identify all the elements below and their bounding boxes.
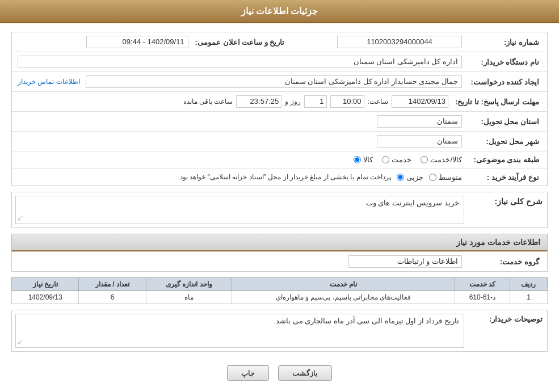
buyer-description-value: تاریخ قرداد از اول تیرماه الی سی آذر ماه… bbox=[274, 317, 459, 325]
services-table: ردیف کد خدمت نام خدمت واحد اندازه گیری ت… bbox=[11, 277, 548, 304]
services-table-container: ردیف کد خدمت نام خدمت واحد اندازه گیری ت… bbox=[11, 277, 548, 304]
process-label: نوع فرآیند خرید : bbox=[464, 172, 544, 183]
province-row: استان محل تحویل: سمنان bbox=[12, 112, 547, 132]
response-date: 1402/09/13 bbox=[392, 95, 448, 108]
col-service-name: نام خدمت bbox=[232, 278, 455, 291]
service-group-label: گروه خدمت: bbox=[464, 256, 544, 267]
buyer-description-label: توصیحات خریدار: bbox=[468, 310, 547, 328]
city-value-cell: سمنان bbox=[15, 134, 464, 149]
main-form-section: شماره نیاز: 1102003294000044 تاریخ و ساع… bbox=[11, 32, 548, 186]
buyer-description-value-cell: تاریخ قرداد از اول تیرماه الی سی آذر ماه… bbox=[12, 310, 468, 351]
radio-kala-khedmat[interactable]: کالا/خدمت bbox=[421, 155, 462, 164]
announcement-date-value: 1402/09/11 - 09:44 bbox=[86, 36, 188, 48]
sherh-section: شرح کلی نیاز: خرید سرویس اینترنت های وب … bbox=[11, 192, 548, 228]
print-button[interactable]: چاپ bbox=[227, 365, 269, 381]
content-area: شماره نیاز: 1102003294000044 تاریخ و ساع… bbox=[0, 23, 559, 392]
page-title: جزئیات اطلاعات نیاز bbox=[241, 6, 318, 16]
category-row: طبقه بندی موضوعی: کالا/خدمت خدمت کالا bbox=[12, 151, 547, 168]
buyer-org-value: اداره کل دامپزشکی استان سمنان bbox=[18, 56, 462, 68]
response-days-label: روز و bbox=[285, 98, 300, 106]
need-number-label: شماره نیاز: bbox=[464, 37, 544, 48]
services-section-title: اطلاعات خدمات مورد نیاز bbox=[11, 234, 548, 251]
process-value-cell: متوسط جزیی پرداخت تمام یا بخشی از مبلغ خ… bbox=[15, 172, 464, 183]
need-number-row: شماره نیاز: 1102003294000044 تاریخ و ساع… bbox=[12, 32, 547, 52]
city-label: شهر محل تحویل: bbox=[464, 136, 544, 147]
province-value-cell: سمنان bbox=[15, 114, 464, 129]
response-remaining: 23:57:25 bbox=[236, 95, 281, 108]
need-number-value: 1102003294000044 bbox=[337, 36, 462, 48]
creator-row: ایجاد کننده درخواست: جمال مجیدی حسابدار … bbox=[12, 72, 547, 92]
cell-row: 1 bbox=[510, 291, 547, 304]
page-wrapper: جزئیات اطلاعات نیاز شماره نیاز: 11020032… bbox=[0, 0, 559, 392]
radio-mootaset[interactable]: متوسط bbox=[429, 173, 462, 182]
buyer-org-label: نام دستگاه خریدار: bbox=[464, 57, 544, 68]
page-header: جزئیات اطلاعات نیاز bbox=[0, 0, 559, 23]
back-button[interactable]: بازگشت bbox=[278, 365, 332, 381]
response-time: 10:00 bbox=[330, 95, 364, 108]
cell-date: 1402/09/13 bbox=[12, 291, 79, 304]
cell-qty: 6 bbox=[79, 291, 146, 304]
category-value-cell: کالا/خدمت خدمت کالا bbox=[15, 154, 464, 165]
response-days: 1 bbox=[304, 95, 327, 108]
response-time-label: ساعت: bbox=[368, 98, 388, 106]
creator-label: ایجاد کننده درخواست: bbox=[464, 77, 544, 87]
sherh-value: خرید سرویس اینترنت های وب bbox=[366, 199, 459, 207]
sherh-value-cell: خرید سرویس اینترنت های وب ↙ bbox=[12, 192, 468, 227]
province-label: استان محل تحویل: bbox=[464, 116, 544, 127]
response-deadline-label: مهلت ارسال پاسخ: تا تاریخ: bbox=[451, 96, 544, 107]
creator-value: جمال مجیدی حسابدار اداره کل دامپزشکی است… bbox=[86, 75, 462, 88]
creator-value-cell: جمال مجیدی حسابدار اداره کل دامپزشکی است… bbox=[15, 74, 464, 89]
col-qty: تعداد / مقدار bbox=[79, 278, 146, 291]
col-service-code: کد خدمت bbox=[455, 278, 510, 291]
response-remaining-label: ساعت باقی مانده bbox=[183, 98, 233, 106]
service-group-value-cell: اطلاعات و ارتباطات bbox=[15, 254, 464, 269]
category-label: طبقه بندی موضوعی: bbox=[464, 154, 544, 165]
process-row: نوع فرآیند خرید : متوسط جزیی bbox=[12, 168, 547, 186]
cell-unit: ماه bbox=[146, 291, 232, 304]
buyer-description-section: توصیحات خریدار: تاریخ قرداد از اول تیرما… bbox=[11, 310, 548, 352]
sherh-box: خرید سرویس اینترنت های وب ↙ bbox=[15, 196, 464, 224]
need-number-value-cell: 1102003294000044 bbox=[289, 35, 464, 49]
radio-jozii[interactable]: جزیی bbox=[397, 173, 423, 182]
col-row: ردیف bbox=[510, 278, 547, 291]
resize-handle: ↙ bbox=[17, 213, 24, 222]
col-unit: واحد اندازه گیری bbox=[146, 278, 232, 291]
announcement-date-value-cell: 1402/09/11 - 09:44 bbox=[15, 35, 191, 49]
resize-handle-2: ↙ bbox=[17, 337, 24, 346]
buttons-row: بازگشت چاپ bbox=[11, 357, 548, 389]
announcement-date-label: تاریخ و ساعت اعلان عمومی: bbox=[191, 37, 289, 48]
service-group-section: گروه خدمت: اطلاعات و ارتباطات bbox=[11, 251, 548, 272]
buyer-org-value-cell: اداره کل دامپزشکی استان سمنان bbox=[15, 54, 464, 69]
response-deadline-value-cell: 1402/09/13 ساعت: 10:00 1 روز و 23:57:25 … bbox=[15, 94, 451, 109]
radio-khedmat[interactable]: خدمت bbox=[382, 155, 411, 164]
cell-service-code: د-61-610 bbox=[455, 291, 510, 304]
table-row: 1 د-61-610 فعالیت‌های مخابراتی باسیم، بی… bbox=[12, 291, 548, 304]
sherh-label: شرح کلی نیاز: bbox=[468, 192, 547, 210]
radio-kala[interactable]: کالا bbox=[354, 155, 373, 164]
col-date: تاریخ نیاز bbox=[12, 278, 79, 291]
cell-service-name: فعالیت‌های مخابراتی باسیم، بی‌سیم و ماهو… bbox=[232, 291, 455, 304]
buyer-description-box: تاریخ قرداد از اول تیرماه الی سی آذر ماه… bbox=[15, 314, 464, 348]
buyer-org-row: نام دستگاه خریدار: اداره کل دامپزشکی است… bbox=[12, 52, 547, 72]
process-description: پرداخت تمام یا بخشی از مبلغ خریدار از مح… bbox=[178, 173, 391, 181]
city-row: شهر محل تحویل: سمنان bbox=[12, 132, 547, 151]
response-deadline-row: مهلت ارسال پاسخ: تا تاریخ: 1402/09/13 سا… bbox=[12, 92, 547, 112]
contact-link[interactable]: اطلاعات تماس خریدار bbox=[18, 78, 80, 86]
service-group-value: اطلاعات و ارتباطات bbox=[348, 255, 462, 268]
province-value: سمنان bbox=[377, 115, 462, 128]
service-group-row: گروه خدمت: اطلاعات و ارتباطات bbox=[12, 252, 547, 271]
city-value: سمنان bbox=[377, 135, 462, 147]
